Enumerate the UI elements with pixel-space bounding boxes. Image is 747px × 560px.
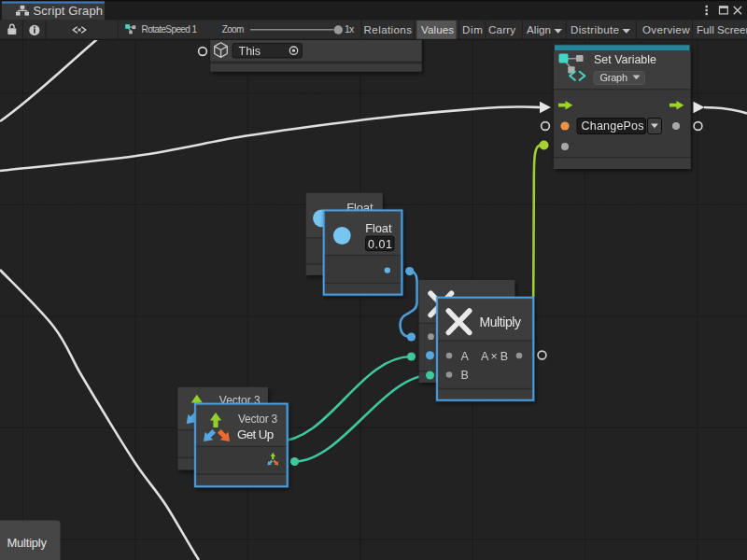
svg-text:Align: Align	[527, 23, 551, 35]
svg-text:Vector 3: Vector 3	[238, 413, 278, 426]
svg-text:Dim: Dim	[462, 23, 483, 35]
svg-text:Values: Values	[421, 23, 454, 35]
svg-text:0.01: 0.01	[368, 238, 392, 251]
svg-text:Distribute: Distribute	[571, 23, 619, 35]
svg-text:RotateSpeed 1: RotateSpeed 1	[142, 24, 198, 35]
svg-text:Multiply: Multiply	[7, 536, 48, 550]
svg-text:B: B	[461, 369, 469, 382]
svg-text:Carry: Carry	[488, 23, 515, 35]
svg-text:Overview: Overview	[642, 23, 690, 35]
svg-text:Full Screen: Full Screen	[697, 23, 747, 35]
svg-text:A: A	[461, 350, 470, 363]
svg-text:This: This	[239, 45, 261, 58]
svg-text:ChangePos: ChangePos	[582, 119, 644, 133]
svg-text:Graph: Graph	[600, 72, 628, 83]
svg-text:Set Variable: Set Variable	[594, 53, 656, 66]
svg-text:Float: Float	[365, 221, 392, 235]
svg-text:Zoom: Zoom	[222, 24, 245, 35]
svg-text:A × B: A × B	[481, 350, 508, 363]
svg-text:1x: 1x	[345, 23, 355, 35]
svg-text:Multiply: Multiply	[480, 315, 522, 329]
svg-text:Get Up: Get Up	[237, 427, 274, 441]
svg-text:Relations: Relations	[364, 23, 413, 35]
svg-text:Script Graph: Script Graph	[34, 4, 104, 18]
